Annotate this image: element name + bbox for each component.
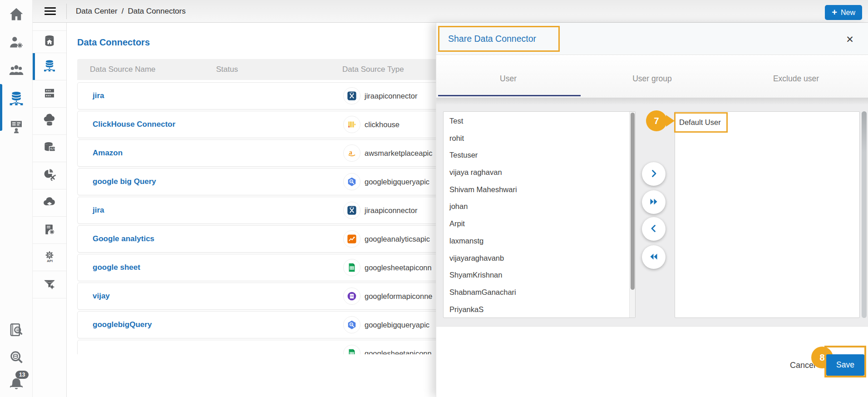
bigquery-icon	[343, 316, 360, 333]
data-funnel-nav-item[interactable]	[33, 271, 66, 298]
annotation-box-default-user: Default User	[674, 112, 728, 133]
move-all-left-button[interactable]	[642, 245, 666, 269]
data-source-name-link[interactable]: Google analytics	[93, 234, 154, 243]
google-sheets-icon	[343, 259, 360, 276]
primary-sidebar-top-group	[0, 6, 33, 135]
primary-sidebar-bottom-group: 13	[0, 322, 33, 392]
selected-users-list: Default User	[675, 111, 860, 318]
available-user-item[interactable]: ShabnamGanachari	[444, 284, 635, 301]
database-home-icon	[43, 34, 56, 50]
database-network-nav-item[interactable]	[33, 53, 66, 80]
server-rack-nav-item[interactable]	[33, 80, 66, 108]
svg-text:a: a	[349, 149, 352, 156]
home-nav-item[interactable]	[8, 6, 25, 22]
data-source-name-link[interactable]: Amazon	[93, 149, 123, 158]
cloud-icon	[43, 195, 56, 211]
new-button[interactable]: + New	[825, 5, 862, 20]
data-source-type-cell: jiraapiconnector	[365, 92, 417, 100]
data-source-type-cell: googlebigqueryapic	[365, 321, 429, 329]
data-source-name-link[interactable]: google sheet	[93, 263, 140, 272]
available-user-item[interactable]: Test	[444, 113, 635, 130]
data-source-type-cell: googleanalyticsapic	[365, 235, 430, 243]
data-sync-nav-item[interactable]	[33, 162, 66, 189]
application-window: 13 Data Center / Data Connectors + New <…	[0, 0, 868, 397]
google-analytics-icon	[343, 230, 360, 248]
chevron-double-left-icon	[648, 251, 659, 263]
database-home-nav-item[interactable]	[33, 30, 66, 53]
available-users-list: TestrohitTestuservijaya raghavanShivam M…	[443, 111, 636, 318]
breadcrumb-item-data-connectors[interactable]: Data Connectors	[128, 7, 186, 16]
available-user-item[interactable]: Shivam Maheshwari	[444, 181, 635, 198]
tab-exclude-user[interactable]: Exclude user	[724, 55, 868, 98]
user-settings-nav-item[interactable]	[8, 34, 25, 50]
connector-category-list: </>API	[33, 30, 66, 298]
bigquery-icon	[343, 173, 360, 190]
data-catalog-nav-item[interactable]	[33, 217, 66, 244]
available-user-item[interactable]: johan	[444, 198, 635, 215]
cloud-nav-item[interactable]	[33, 189, 66, 217]
data-source-name-link[interactable]: google big Query	[93, 177, 156, 186]
available-user-item[interactable]: vijayaraghavanb	[444, 250, 635, 267]
move-all-right-button[interactable]	[642, 190, 666, 214]
audit-log-search-nav-item[interactable]	[8, 322, 25, 338]
notifications-bell-nav-item[interactable]: 13	[8, 376, 25, 392]
svg-text:API: API	[47, 259, 53, 263]
data-source-type-cell: clickhouse	[365, 120, 399, 129]
data-connectors-nav-item[interactable]	[8, 90, 25, 107]
hamburger-menu-icon[interactable]	[44, 7, 56, 15]
cloud-database-nav-item[interactable]	[33, 108, 66, 135]
dialog-header: Share Data Connector ✕	[436, 23, 868, 55]
topbar-divider	[66, 4, 67, 19]
data-source-type-cell: googlebigqueryapic	[365, 178, 429, 186]
data-search-nav-item[interactable]	[8, 349, 25, 365]
available-user-item[interactable]: PriyankaS	[444, 301, 635, 318]
notification-count-badge: 13	[15, 371, 29, 379]
data-source-type-cell: jiraapiconnector	[365, 206, 417, 215]
annotation-step-7-badge: 7	[646, 110, 667, 131]
available-user-item[interactable]: laxmanstg	[444, 233, 635, 250]
data-source-type-cell: googleformapiconne	[365, 292, 433, 301]
available-user-item[interactable]: vijaya raghavan	[444, 164, 635, 181]
jira-icon	[343, 87, 360, 104]
available-users-scrollbar[interactable]	[629, 112, 635, 318]
dialog-title: Share Data Connector	[448, 34, 536, 44]
available-user-item[interactable]: Arpit	[444, 215, 635, 233]
audit-log-search-icon	[8, 332, 25, 339]
selected-users-scrollbar[interactable]	[862, 111, 867, 318]
tab-user[interactable]: User	[436, 55, 580, 98]
data-source-name-link[interactable]: ClickHouse Connector	[93, 120, 175, 129]
api-settings-icon: API	[43, 250, 56, 265]
available-user-item[interactable]: rohit	[444, 130, 635, 147]
breadcrumb: Data Center / Data Connectors	[76, 0, 186, 23]
data-connectors-icon	[8, 100, 25, 108]
workspace-user-nav-item[interactable]	[8, 119, 25, 135]
data-source-name-link[interactable]: vijay	[93, 292, 110, 301]
data-source-name-link[interactable]: jira	[93, 206, 104, 215]
close-icon[interactable]: ✕	[843, 33, 857, 46]
save-button[interactable]: Save	[826, 354, 864, 376]
move-selected-right-button[interactable]	[642, 162, 666, 186]
api-settings-nav-item[interactable]: API	[33, 244, 66, 271]
breadcrumb-separator: /	[122, 7, 124, 16]
share-data-connector-dialog: Share Data Connector ✕ User User group E…	[436, 23, 868, 397]
home-icon	[8, 16, 25, 24]
scrollbar-thumb[interactable]	[631, 113, 635, 290]
selected-user-item[interactable]: Default User	[679, 118, 721, 127]
data-source-name-link[interactable]: googlebigQuery	[93, 320, 152, 329]
column-header-data-source-name: Data Source Name	[90, 65, 156, 74]
tab-user-group[interactable]: User group	[580, 55, 724, 98]
data-source-type-cell: googlesheetapiconn	[365, 263, 432, 272]
users-group-nav-item[interactable]	[8, 62, 25, 79]
jira-icon	[343, 202, 360, 219]
breadcrumb-item-data-center[interactable]: Data Center	[76, 7, 118, 16]
available-user-item[interactable]: ShyamKrishnan	[444, 267, 635, 284]
move-selected-left-button[interactable]	[642, 217, 666, 241]
new-button-label: New	[841, 9, 855, 17]
data-source-type-cell: awsmarketplaceapic	[365, 149, 432, 158]
server-rack-icon	[43, 86, 56, 102]
clickhouse-icon	[343, 116, 360, 133]
available-user-item[interactable]: Testuser	[444, 147, 635, 164]
data-source-name-link[interactable]: jira	[93, 91, 104, 100]
google-forms-icon	[343, 288, 360, 305]
database-code-nav-item[interactable]: </>	[33, 135, 66, 162]
